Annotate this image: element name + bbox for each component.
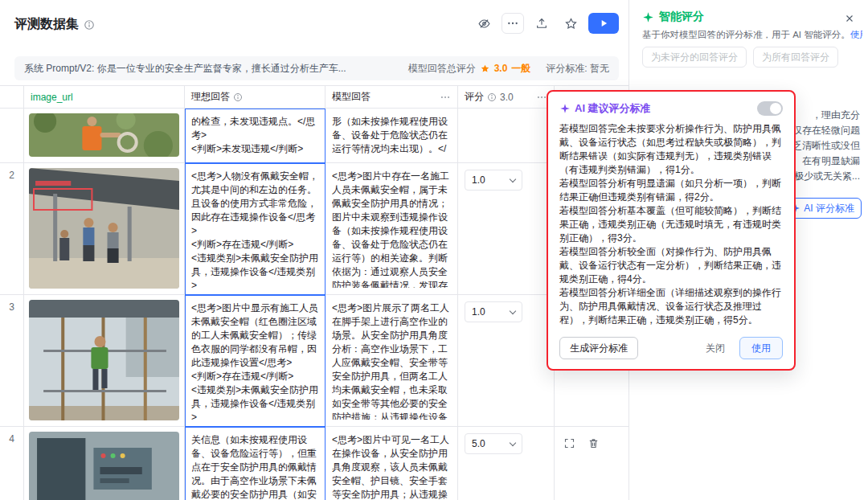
criteria-rules: 若模型回答完全未按要求分析操作行为、防护用具佩戴、设备运行状态（如思考过程缺失或… — [559, 122, 783, 327]
column-menu-icon[interactable] — [440, 92, 451, 103]
delete-row-button[interactable] — [585, 435, 601, 451]
run-button[interactable] — [588, 13, 619, 34]
total-score-level: 一般 — [511, 62, 530, 76]
score-cell: 5.0 — [458, 427, 555, 500]
image-cell — [24, 109, 185, 163]
star-filled-icon — [480, 64, 490, 74]
score-all-button[interactable]: 为所有回答评分 — [753, 47, 838, 68]
chevron-down-icon — [510, 175, 516, 182]
row-photo[interactable] — [29, 432, 179, 500]
close-panel-button[interactable] — [841, 10, 858, 27]
image-cell — [24, 295, 185, 427]
expand-row-button[interactable] — [561, 435, 577, 451]
score-cell: 1.0 — [458, 163, 555, 295]
extra-cell — [555, 427, 628, 500]
use-button[interactable]: 使用 — [739, 337, 783, 359]
info-icon[interactable] — [233, 92, 243, 102]
image-cell — [24, 427, 185, 500]
upload-icon — [535, 17, 548, 30]
manual-link[interactable]: 使用手册 — [850, 30, 862, 39]
score-select[interactable]: 5.0 — [465, 433, 522, 454]
close-icon — [845, 14, 854, 23]
table-row: 3 <思考>图片中显示有施工人员未佩戴安全帽（红色圈注区域的工人未佩戴安全帽）；… — [0, 295, 628, 427]
topbar: 评测数据集 — [0, 0, 628, 47]
play-icon — [598, 18, 609, 29]
title-info-icon[interactable] — [84, 19, 95, 31]
model-answer-cell[interactable]: <思考>图片展示了两名工人在脚手架上进行高空作业的场景。从安全防护用具角度分析：… — [326, 295, 458, 427]
header-row-number — [0, 86, 24, 109]
app: 评测数据集 — [0, 0, 868, 500]
row-number: 4 — [0, 427, 24, 500]
header-score[interactable]: 评分 3.0 — [458, 86, 555, 109]
total-score-label: 模型回答总评分 — [408, 62, 476, 76]
ellipsis-icon — [506, 17, 519, 30]
column-menu-icon[interactable] — [536, 92, 547, 103]
close-button[interactable]: 关闭 — [698, 342, 733, 355]
ideal-answer-cell[interactable]: 关信息（如未按规程使用设备、设备危险运行等），但重点在于安全防护用具的佩戴情况。… — [185, 427, 326, 500]
model-answer-cell[interactable]: <思考>图片中可见一名工人在操作设备，从安全防护用具角度观察，该人员未佩戴安全帽… — [326, 427, 458, 500]
table-row: 的检查，未发现违规点。</思考> <判断>未发现违规</判断> <违规类别>无<… — [0, 109, 628, 163]
ideal-answer-cell[interactable]: <思考>人物没有佩戴安全帽，尤其是中间的和左边的任务。且设备的使用方式非常危险，… — [185, 163, 326, 295]
star-icon — [564, 17, 578, 31]
system-prompt-text: 系统 Prompt/V2: 你是一位专业的安全生产监督专家，擅长通过分析生产车.… — [24, 62, 399, 76]
table-row: 4 关信息（如未按规程使用设备、设备危险运行等），但重点在于安全防护用具的佩戴情… — [0, 427, 628, 500]
row-number: 3 — [0, 295, 24, 427]
score-select[interactable]: 1.0 — [465, 170, 522, 191]
ideal-answer-cell[interactable]: 的检查，未发现违规点。</思考> <判断>未发现违规</判断> <违规类别>无<… — [185, 109, 326, 163]
chevron-down-icon — [510, 307, 516, 314]
export-button[interactable] — [530, 13, 553, 34]
hide-columns-button[interactable] — [473, 13, 495, 34]
ideal-answer-cell[interactable]: <思考>图片中显示有施工人员未佩戴安全帽（红色圈注区域的工人未佩戴安全帽）；传绿… — [185, 295, 326, 427]
score-select[interactable]: 1.0 — [465, 301, 522, 322]
popup-title: AI 建议评分标准 — [575, 101, 651, 116]
system-prompt-bar[interactable]: 系统 Prompt/V2: 你是一位专业的安全生产监督专家，擅长通过分析生产车.… — [14, 56, 619, 80]
header-ideal-answer[interactable]: 理想回答 — [185, 86, 326, 109]
eye-slash-icon — [477, 17, 491, 31]
row-photo[interactable] — [29, 300, 179, 420]
table-row: 2 <思考>人物没有佩戴安全帽，尤其是中间的和左边的任务。且设备的使用方式非常危… — [0, 163, 628, 295]
model-answer-cell[interactable]: 形（如未按操作规程使用设备、设备处于危险状态仍在运行等情况均未出现）。</思考>… — [326, 109, 458, 163]
image-cell — [24, 163, 185, 295]
favorite-button[interactable] — [559, 13, 582, 34]
total-score-value: 3.0 — [494, 63, 508, 74]
sparkle-icon — [559, 103, 571, 114]
main-area: 评测数据集 — [0, 0, 628, 500]
sparkle-icon — [642, 11, 654, 23]
header-image-url[interactable]: image_url — [24, 86, 185, 109]
row-photo[interactable] — [29, 113, 179, 157]
header-model-answer[interactable]: 模型回答 — [326, 86, 458, 109]
score-cell: 1.0 — [458, 295, 555, 427]
panel-description: 基于你对模型回答的评分标准，用于 AI 智能评分。使用手册 — [642, 29, 862, 41]
score-unrated-button[interactable]: 为未评分的回答评分 — [642, 47, 747, 68]
score-average: 3.0 — [500, 92, 514, 103]
criteria-toggle[interactable] — [757, 101, 783, 116]
score-cell — [458, 109, 555, 163]
row-number: 2 — [0, 163, 24, 295]
expand-icon — [563, 437, 575, 449]
page-title: 评测数据集 — [14, 16, 79, 33]
panel-title: 智能评分 — [659, 10, 704, 24]
dataset-table: image_url 理想回答 模型回答 评分 — [0, 85, 628, 500]
row-number — [0, 109, 24, 163]
info-icon[interactable] — [487, 92, 497, 102]
criteria-status: 评分标准: 暂无 — [546, 62, 609, 76]
chevron-down-icon — [510, 439, 516, 445]
generate-criteria-button[interactable]: 生成评分标准 — [559, 337, 638, 359]
ai-suggested-criteria-popup: AI 建议评分标准 若模型回答完全未按要求分析操作行为、防护用具佩戴、设备运行状… — [547, 90, 796, 371]
trash-icon — [588, 437, 600, 449]
model-answer-cell[interactable]: <思考>图片中存在一名施工人员未佩戴安全帽，属于未佩戴安全防护用具的情况；图片中… — [326, 163, 458, 295]
more-actions-button[interactable] — [502, 13, 524, 34]
row-photo[interactable] — [29, 168, 179, 289]
table-header-row: image_url 理想回答 模型回答 评分 — [0, 86, 628, 109]
